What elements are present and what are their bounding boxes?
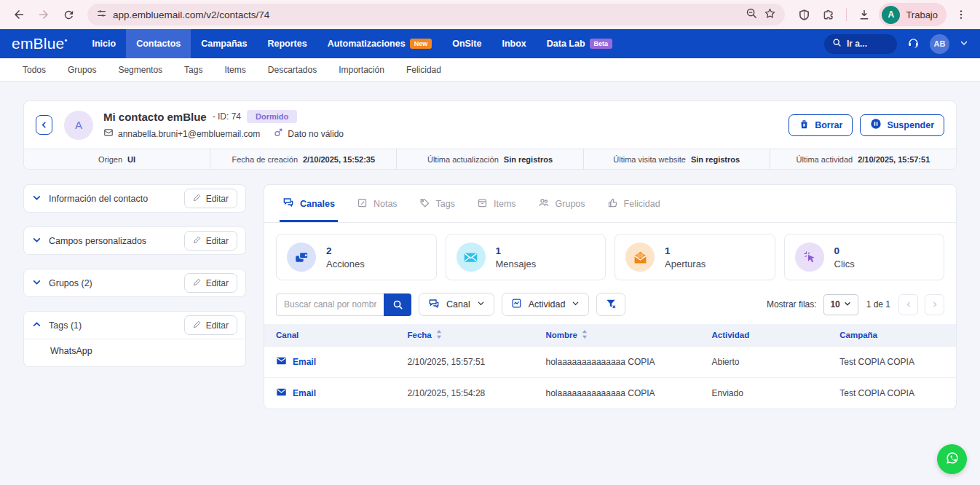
sort-icon[interactable] [436,330,442,340]
channels-filter-bar: Canal Actividad Mostrar filas: 10 [264,291,956,324]
global-search[interactable] [824,34,897,54]
tab-items[interactable]: Items [477,185,516,222]
prev-page-button[interactable] [898,294,918,315]
browser-profile-chip[interactable]: A Trabajo [879,3,947,26]
col-header-nombre[interactable]: Nombre [534,324,700,347]
activity-icon [511,298,522,311]
table-row[interactable]: Email 2/10/2025, 15:54:28 holaaaaaaaaaaa… [264,378,956,409]
user-avatar[interactable]: AB [930,34,949,54]
info-ultima-visita: Última visita websiteSin registros [583,149,770,169]
clear-filters-button[interactable] [596,293,625,316]
channel-search-input[interactable] [276,293,384,316]
contact-email: annabella.bruni+1@embluemail.com [118,129,260,139]
channel-search-button[interactable] [384,293,411,316]
trash-icon [799,119,810,132]
tab-notas[interactable]: Notas [357,185,398,222]
account-chevron-down-icon[interactable] [960,37,968,50]
panel-title: Información del contacto [49,194,148,204]
search-icon [832,37,842,50]
edit-groups-button[interactable]: Editar [184,273,237,293]
profile-avatar: A [882,6,900,24]
panel-campos-personalizados: Campos personalizados Editar [23,226,246,255]
shield-extension-icon[interactable] [794,4,814,25]
tab-canales[interactable]: Canales [282,185,335,222]
subnav-segmentos[interactable]: Segmentos [107,65,173,75]
info-fecha-creacion: Fecha de creación2/10/2025, 15:52:35 [210,149,396,169]
emblue-logo[interactable]: emBlue• [0,35,82,52]
table-row[interactable]: Email 2/10/2025, 15:57:51 holaaaaaaaaaaa… [264,347,956,378]
tag-icon [419,197,430,210]
funnel-icon [605,298,617,312]
tab-felicidad[interactable]: Felicidad [607,185,660,222]
subnav-grupos[interactable]: Grupos [57,65,107,75]
nav-item-datalab[interactable]: Data LabBeta [537,29,623,58]
nav-item-contactos[interactable]: Contactos [126,29,191,58]
delete-contact-button[interactable]: Borrar [789,114,853,136]
email-icon [276,355,287,368]
nav-item-inicio[interactable]: Inicio [82,29,126,58]
whatsapp-icon [944,449,961,470]
chevron-up-icon[interactable] [32,319,42,332]
rows-per-page-select[interactable]: 10 [823,294,858,315]
row-actividad: Abierto [700,347,829,378]
edit-tags-button[interactable]: Editar [184,315,237,335]
cursor-click-icon [795,242,824,272]
actividad-dropdown[interactable]: Actividad [502,293,590,316]
browser-back-button[interactable] [9,4,29,25]
tab-tags[interactable]: Tags [419,185,455,222]
email-icon [276,387,287,400]
chevron-down-icon[interactable] [32,234,42,248]
next-page-button[interactable] [925,294,944,315]
group-icon [538,197,550,210]
browser-forward-button[interactable] [33,4,54,25]
col-header-fecha[interactable]: Fecha [396,324,534,347]
info-ultima-actividad: Última actividad2/10/2025, 15:57:51 [770,149,956,169]
bookmark-star-icon[interactable] [764,7,776,23]
gender-note: Dato no válido [288,129,344,139]
note-icon [357,197,368,210]
address-bar[interactable]: app.embluemail.com/v2/contacts/74 [87,4,785,25]
edit-contact-info-button[interactable]: Editar [184,189,237,208]
subnav-items[interactable]: Items [213,65,256,75]
subnav-felicidad[interactable]: Felicidad [395,65,452,75]
row-nombre: holaaaaaaaaaaaaaa COPIA [534,347,700,378]
nav-item-automatizaciones[interactable]: AutomatizacionesNew [317,29,442,58]
subnav-descartados[interactable]: Descartados [257,65,328,75]
new-badge: New [410,39,432,49]
sort-icon[interactable] [582,330,588,340]
chevron-down-icon [477,299,485,309]
chevron-down-icon[interactable] [32,192,42,205]
edit-custom-fields-button[interactable]: Editar [184,231,237,251]
extensions-puzzle-icon[interactable] [818,4,839,25]
browser-refresh-button[interactable] [58,4,79,25]
nav-item-reportes[interactable]: Reportes [257,29,317,58]
browser-menu-kebab-icon[interactable] [951,4,971,25]
stat-mensajes: 1 Mensajes [446,234,606,280]
back-button[interactable] [36,115,52,135]
contact-info-strip: OrigenUI Fecha de creación2/10/2025, 15:… [24,149,956,169]
downloads-icon[interactable] [854,4,874,25]
info-ultima-actualizacion: Última actualizaciónSin registros [396,149,582,169]
thumbs-up-icon [607,197,618,210]
support-headset-icon[interactable] [907,36,920,52]
nav-item-inbox[interactable]: Inbox [491,29,536,58]
col-header-actividad: Actividad [700,324,829,347]
whatsapp-fab[interactable] [937,444,967,474]
subnav-importacion[interactable]: Importación [328,65,395,75]
info-origen: OrigenUI [24,149,210,169]
browser-toolbar: app.embluemail.com/v2/contacts/74 A Trab… [0,0,980,29]
subnav-tags[interactable]: Tags [173,65,213,75]
row-nombre: holaaaaaaaaaaaaaa COPIA [534,378,700,409]
nav-item-onsite[interactable]: OnSite [442,29,491,58]
site-info-icon[interactable] [96,8,107,22]
row-campana: Test COPIA COPIA [828,378,956,409]
tab-grupos[interactable]: Grupos [538,185,585,222]
suspend-contact-button[interactable]: Suspender [860,114,944,136]
zoom-out-icon[interactable] [746,7,758,23]
nav-item-campanas[interactable]: Campañas [191,29,257,58]
stat-clics: 0 Clics [784,234,945,280]
global-search-input[interactable] [847,39,890,49]
subnav-todos[interactable]: Todos [12,65,57,75]
chevron-down-icon[interactable] [32,277,42,290]
canal-dropdown[interactable]: Canal [419,293,494,316]
